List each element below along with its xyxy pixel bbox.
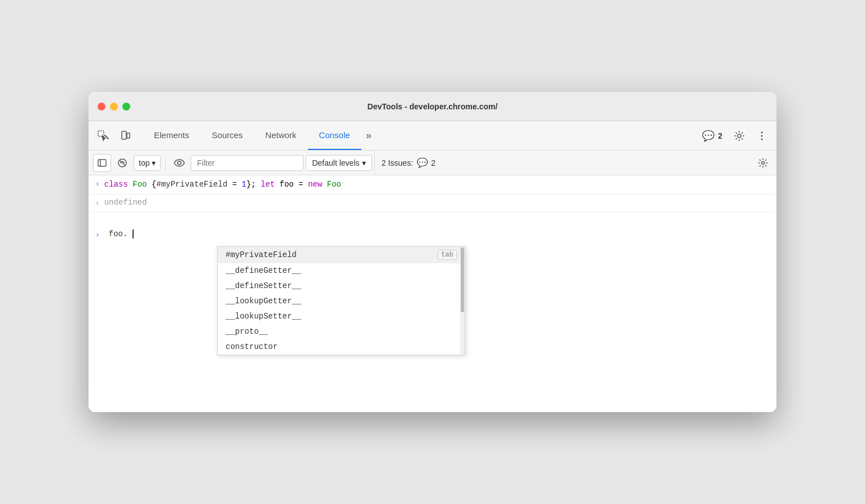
svg-point-10 (178, 161, 181, 165)
toolbar-separator (165, 156, 166, 170)
tab-elements[interactable]: Elements (143, 121, 201, 150)
device-mode-icon[interactable] (116, 126, 136, 146)
console-area: › class Foo {#myPrivateField = 1}; let f… (89, 175, 776, 412)
autocomplete-item-1[interactable]: __defineGetter__ (218, 263, 465, 278)
svg-point-6 (761, 138, 763, 140)
svg-point-3 (738, 134, 741, 138)
eye-icon[interactable] (170, 154, 188, 172)
settings-gear-icon[interactable] (729, 126, 749, 146)
inspect-element-icon[interactable] (93, 126, 113, 146)
tab-bar-right: 💬 2 (698, 126, 772, 146)
tab-sources[interactable]: Sources (201, 121, 254, 150)
input-arrow-icon: › (95, 180, 100, 188)
autocomplete-item-0[interactable]: #myPrivateField tab (218, 247, 465, 263)
issues-badge-button[interactable]: 💬 2 (698, 127, 727, 144)
autocomplete-item-3[interactable]: __lookupGetter__ (218, 294, 465, 309)
svg-point-5 (761, 135, 763, 136)
console-entry-output: ‹ undefined (89, 194, 776, 213)
console-code-text: class Foo {#myPrivateField = 1}; let foo… (104, 179, 770, 191)
console-toolbar: top ▾ Default levels ▾ 2 Issues: 💬 2 (89, 151, 776, 175)
svg-point-11 (762, 161, 765, 164)
traffic-lights (98, 103, 130, 110)
autocomplete-item-2[interactable]: __defineSetter__ (218, 278, 465, 294)
devtools-window: DevTools - developer.chrome.com/ (89, 92, 776, 412)
output-arrow-icon: ‹ (95, 199, 100, 207)
levels-dropdown-icon: ▾ (362, 158, 366, 167)
svg-rect-2 (127, 133, 130, 138)
dropdown-arrow-icon: ▾ (152, 158, 156, 167)
message-icon: 💬 (702, 130, 714, 142)
console-entry-input: › class Foo {#myPrivateField = 1}; let f… (89, 175, 776, 194)
console-output-text: undefined (104, 198, 147, 207)
autocomplete-scrollbar-thumb (461, 247, 464, 312)
tab-console[interactable]: Console (308, 121, 361, 150)
svg-rect-1 (122, 131, 126, 139)
autocomplete-scrollbar[interactable] (460, 247, 465, 355)
clear-console-icon[interactable] (113, 154, 131, 172)
tab-bar: Elements Sources Network Console » 💬 2 (89, 121, 776, 151)
console-prompt-row[interactable]: › foo. #myPrivateField tab __defineGette… (89, 226, 776, 242)
issues-message-icon: 💬 (417, 157, 428, 168)
log-levels-button[interactable]: Default levels ▾ (306, 155, 372, 171)
filter-input[interactable] (191, 155, 303, 171)
console-settings-icon[interactable] (754, 154, 772, 172)
tabs: Elements Sources Network Console » (143, 121, 698, 150)
autocomplete-item-4[interactable]: __lookupSetter__ (218, 309, 465, 324)
prompt-text: foo. (109, 229, 134, 238)
console-empty-line (89, 213, 776, 226)
sidebar-toggle-icon[interactable] (93, 154, 111, 172)
close-button[interactable] (98, 103, 105, 110)
autocomplete-item-6[interactable]: constructor (218, 339, 465, 355)
tab-network[interactable]: Network (254, 121, 308, 150)
minimize-button[interactable] (110, 103, 118, 110)
more-tabs-button[interactable]: » (361, 121, 376, 150)
window-title: DevTools - developer.chrome.com/ (368, 102, 498, 111)
svg-point-4 (761, 131, 763, 133)
autocomplete-popup: #myPrivateField tab __defineGetter__ __d… (217, 246, 465, 355)
issues-section: 2 Issues: 💬 2 (374, 151, 443, 175)
autocomplete-item-5[interactable]: __proto__ (218, 324, 465, 339)
execution-context-selector[interactable]: top ▾ (134, 155, 161, 171)
more-options-icon[interactable] (752, 126, 772, 146)
title-bar: DevTools - developer.chrome.com/ (89, 92, 776, 121)
maximize-button[interactable] (122, 103, 130, 110)
tab-bar-left-icons (93, 126, 143, 146)
svg-rect-7 (98, 160, 106, 166)
prompt-arrow-icon: › (95, 231, 100, 239)
